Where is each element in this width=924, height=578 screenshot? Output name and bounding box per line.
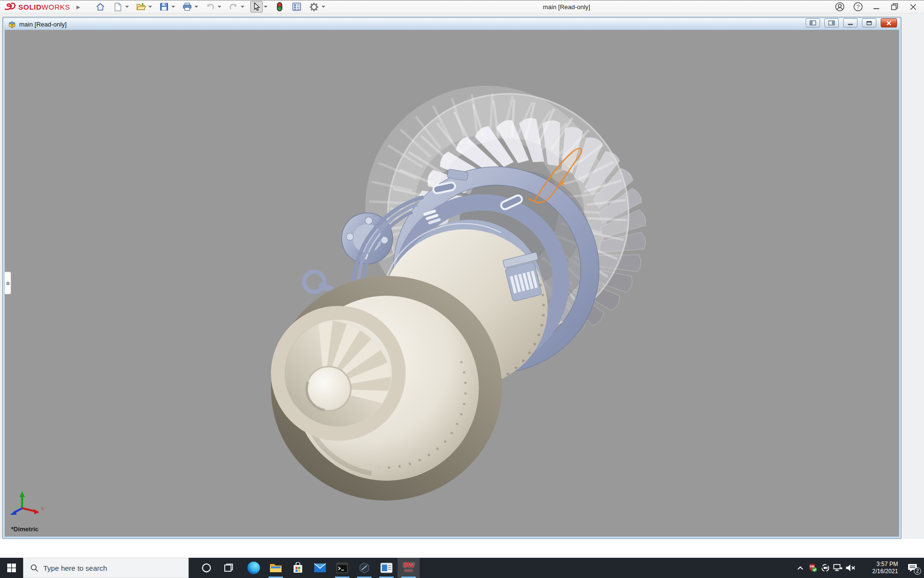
graphics-viewport[interactable]: x *Dimetric [5, 30, 899, 537]
restore-button[interactable] [887, 1, 902, 13]
search-placeholder: Type here to search [43, 564, 107, 572]
undo-dropdown[interactable] [217, 1, 222, 13]
tray-clock[interactable]: 3:57 PM 2/16/2021 [860, 561, 898, 575]
help-icon: ? [853, 2, 863, 12]
system-window-icon [380, 563, 393, 573]
print-dropdown[interactable] [193, 1, 199, 13]
toolbar-flyout-arrow[interactable]: ▶ [75, 2, 82, 11]
view-orientation-label: *Dimetric [11, 525, 38, 533]
account-icon [835, 2, 845, 12]
options-dropdown[interactable] [321, 1, 326, 13]
edge-icon [247, 562, 260, 574]
terminal-icon [336, 563, 348, 573]
open-button[interactable] [135, 1, 147, 13]
store-icon [292, 562, 304, 574]
hex-tool-icon [359, 562, 370, 574]
windows-logo-icon [7, 564, 16, 572]
app-window-title: main [Read-only] [543, 3, 590, 11]
open-folder-icon [136, 2, 146, 11]
taskbar: Type here to search [0, 558, 924, 578]
taskbar-app-store[interactable] [287, 558, 309, 578]
tile-left-button[interactable] [806, 18, 820, 27]
help-button[interactable]: ? [851, 1, 865, 13]
print-button[interactable] [181, 1, 193, 13]
document-titlebar[interactable]: main [Read-only] [4, 18, 900, 30]
restore-icon [891, 3, 898, 11]
document-window: main [Read-only] [2, 17, 901, 539]
taskbar-app-hex-tool[interactable] [353, 558, 375, 578]
tray-solidworks-monitor[interactable]: SW [807, 558, 819, 578]
save-button[interactable] [158, 1, 170, 13]
new-document-button[interactable] [112, 1, 124, 13]
task-pane-area [902, 13, 924, 558]
doc-restore-button[interactable] [862, 18, 876, 27]
taskbar-app-system-window[interactable] [375, 558, 398, 578]
redo-dropdown[interactable] [240, 1, 245, 13]
options-button[interactable] [308, 1, 321, 13]
home-button[interactable] [94, 1, 107, 13]
tile-left-icon [809, 20, 816, 26]
app-window-controls: ? [833, 0, 920, 13]
search-icon [30, 564, 38, 572]
doc-close-button[interactable] [881, 18, 897, 27]
solidworks-logo-mark [4, 2, 16, 12]
print-icon [182, 2, 192, 11]
document-title: main [Read-only] [19, 21, 66, 28]
doc-minimize-icon [847, 21, 853, 26]
tray-network-button[interactable] [832, 558, 844, 578]
taskbar-app-terminal[interactable] [331, 558, 353, 578]
svg-text:?: ? [857, 4, 860, 10]
home-icon [96, 2, 105, 12]
start-button[interactable] [0, 558, 23, 578]
taskbar-app-edge[interactable] [243, 558, 265, 578]
ethernet-icon [833, 564, 843, 572]
minimize-button[interactable] [869, 1, 884, 13]
solidworks-logo-text: SOLIDWORKS [18, 3, 70, 11]
rebuild-traffic-light-icon [277, 2, 282, 12]
doc-close-icon [886, 21, 892, 26]
tray-volume-button[interactable] [844, 558, 857, 578]
save-dropdown[interactable] [170, 1, 176, 13]
new-document-icon [114, 2, 122, 12]
file-properties-icon [292, 2, 301, 11]
tray-chevron-button[interactable] [794, 558, 807, 578]
save-icon [160, 2, 168, 11]
tray-meet-now-button[interactable] [819, 558, 832, 578]
select-tool-dropdown[interactable] [263, 1, 269, 13]
new-document-dropdown[interactable] [124, 1, 130, 13]
cortana-button[interactable] [195, 558, 218, 578]
jet-engine-model[interactable]: x [5, 30, 899, 537]
undo-icon [205, 3, 215, 11]
taskbar-app-file-explorer[interactable] [265, 558, 287, 578]
mail-icon [314, 563, 326, 573]
close-icon [910, 3, 917, 11]
sw-shield-check-icon: SW [808, 563, 818, 573]
taskbar-app-mail[interactable] [309, 558, 331, 578]
redo-icon [229, 3, 238, 11]
undo-button[interactable] [204, 1, 217, 13]
chevron-up-icon [797, 565, 804, 570]
taskbar-app-solidworks[interactable]: SW 2021 [398, 558, 420, 578]
reference-triad: x [10, 491, 44, 515]
file-properties-button[interactable] [291, 1, 303, 13]
system-tray: SW [794, 558, 924, 578]
close-button[interactable] [906, 1, 920, 13]
open-dropdown[interactable] [147, 1, 153, 13]
feature-tree-collapse-tab[interactable] [5, 272, 11, 294]
meet-now-icon [821, 564, 830, 572]
notification-badge: 2 [914, 567, 921, 575]
account-button[interactable] [833, 1, 847, 13]
action-center-button[interactable]: 2 [901, 558, 924, 578]
redo-button[interactable] [227, 1, 240, 13]
select-tool-button[interactable] [250, 1, 263, 13]
rebuild-button[interactable] [273, 1, 286, 13]
taskbar-search-input[interactable]: Type here to search [23, 558, 189, 578]
tile-right-button[interactable] [824, 18, 839, 27]
solidworks-taskbar-icon: SW 2021 [403, 562, 414, 574]
task-view-button[interactable] [218, 558, 240, 578]
minimize-icon [873, 3, 880, 10]
doc-minimize-button[interactable] [843, 18, 858, 27]
app-titlebar: SOLIDWORKS ▶ [0, 0, 924, 13]
volume-muted-icon [845, 564, 856, 572]
assembly-icon [8, 20, 16, 28]
